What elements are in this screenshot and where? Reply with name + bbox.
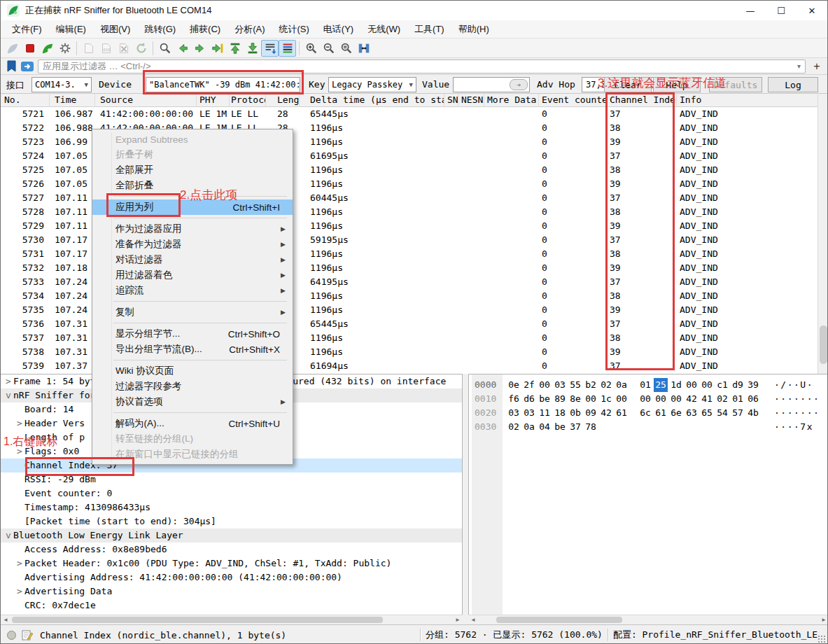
hex-byte[interactable]: 00 <box>584 392 598 406</box>
resize-columns-icon[interactable] <box>355 40 372 57</box>
hex-byte[interactable]: 00 <box>654 392 668 406</box>
menu-item[interactable]: 协议首选项▶ <box>92 394 293 410</box>
hex-byte[interactable]: 2f <box>522 378 536 392</box>
column-header-time[interactable]: Time <box>50 94 95 107</box>
hex-row[interactable]: 0010f6d6be898e001c000000004241020106····… <box>469 392 828 406</box>
detail-row[interactable]: Advertising Address: 41:42:00:00:00:00 (… <box>1 570 462 584</box>
detail-pane-hscrollbar[interactable]: ◄ ► <box>1 615 463 624</box>
column-header-length[interactable]: Length <box>266 94 300 107</box>
hex-byte[interactable]: 0b <box>568 406 582 420</box>
hex-byte[interactable]: 89 <box>553 392 567 406</box>
menu-t[interactable]: 工具(T) <box>407 20 451 38</box>
column-header-sn[interactable]: SN <box>444 94 458 107</box>
column-header-protocol[interactable]: Protocol <box>230 94 266 107</box>
hex-byte[interactable]: 03 <box>553 378 567 392</box>
chevron-collapsed-icon[interactable]: > <box>15 416 24 430</box>
hex-byte[interactable]: 04 <box>538 420 552 434</box>
hex-byte[interactable]: 00 <box>538 378 552 392</box>
hex-byte[interactable]: 1d <box>669 378 683 392</box>
hex-byte[interactable]: 0a <box>615 378 629 392</box>
profile-text[interactable]: 配置: Profile_nRF_Sniffer_Bluetooth_LE <box>613 629 818 641</box>
hex-row[interactable]: 00000e2f000355b2020a01251d0000c1d939·/··… <box>469 378 828 392</box>
menu-h[interactable]: 帮助(H) <box>451 20 496 38</box>
detail-row[interactable]: Access Address: 0x8e89bed6 <box>1 542 462 556</box>
hex-byte[interactable]: 55 <box>568 378 582 392</box>
hex-byte[interactable]: 09 <box>584 406 598 420</box>
column-header-phy[interactable]: PHY <box>197 94 230 107</box>
hex-byte[interactable]: 54 <box>715 406 729 420</box>
device-combo[interactable]: "BalanceTWK" -39 dBm 41:42:00:00:00:00▼ <box>146 77 300 92</box>
menu-item[interactable]: 过滤器字段参考 <box>92 379 293 394</box>
hex-byte[interactable]: 06 <box>746 392 760 406</box>
hex-byte[interactable]: 02 <box>599 378 613 392</box>
filter-dropdown-icon[interactable]: ▾ <box>797 62 801 70</box>
hex-byte[interactable]: 11 <box>538 406 552 420</box>
column-header-channel[interactable]: Channel Index <box>607 94 677 107</box>
display-filter-input[interactable]: 应用显示过滤器 … <Ctrl-/> ▾ <box>38 59 806 74</box>
menu-e[interactable]: 编辑(E) <box>49 20 93 38</box>
scroll-right-icon[interactable]: ► <box>453 615 463 624</box>
column-header-no[interactable]: No. <box>1 94 50 107</box>
expert-info-icon[interactable] <box>7 631 16 640</box>
open-file-icon[interactable] <box>80 40 97 57</box>
filter-add-button[interactable]: + <box>809 59 825 74</box>
detail-row[interactable]: >Advertising Data <box>1 584 462 598</box>
go-forward-icon[interactable] <box>191 40 209 57</box>
hex-byte[interactable]: 02 <box>507 420 521 434</box>
hex-byte[interactable]: 0a <box>522 420 536 434</box>
hex-byte[interactable]: 00 <box>638 392 652 406</box>
hex-byte[interactable]: 57 <box>731 406 745 420</box>
hex-byte[interactable]: 39 <box>746 378 760 392</box>
menu-f[interactable]: 文件(F) <box>5 20 49 38</box>
menu-v[interactable]: 视图(V) <box>93 20 137 38</box>
chevron-collapsed-icon[interactable]: > <box>3 374 13 388</box>
maximize-button[interactable]: ☐ <box>766 1 797 20</box>
minimize-button[interactable]: — <box>735 1 766 20</box>
scroll-left-icon[interactable]: ◄ <box>468 615 478 624</box>
interface-combo[interactable]: COM14-3.▼ <box>31 77 92 92</box>
zoom-reset-icon[interactable] <box>337 40 355 57</box>
hex-byte[interactable]: 65 <box>700 406 714 420</box>
hex-byte[interactable]: 6e <box>669 406 683 420</box>
reload-file-icon[interactable] <box>132 40 150 57</box>
menu-item[interactable]: 复制▶ <box>92 304 293 320</box>
hex-byte[interactable]: 00 <box>615 392 629 406</box>
hex-byte[interactable]: 18 <box>553 406 567 420</box>
hex-byte[interactable]: 42 <box>599 406 613 420</box>
menu-item[interactable]: 准备作为过滤器▶ <box>92 237 293 252</box>
hex-byte[interactable]: b2 <box>584 378 598 392</box>
hex-byte[interactable]: 0e <box>507 378 521 392</box>
hex-byte[interactable]: 78 <box>584 420 598 434</box>
menu-item[interactable]: 显示分组字节...Ctrl+Shift+O <box>92 326 293 342</box>
zoom-in-icon[interactable] <box>302 40 320 57</box>
capture-comment-icon[interactable] <box>22 629 33 640</box>
detail-row[interactable]: vBluetooth Low Energy Link Layer <box>1 528 462 542</box>
chevron-collapsed-icon[interactable]: > <box>15 556 24 570</box>
hex-byte[interactable]: d9 <box>731 378 745 392</box>
hex-byte[interactable]: 03 <box>522 406 536 420</box>
scrollbar-thumb[interactable] <box>496 617 622 623</box>
menu-item[interactable]: 全部展开 <box>92 162 293 178</box>
find-packet-icon[interactable] <box>156 40 174 57</box>
hex-byte[interactable]: 1c <box>599 392 613 406</box>
column-header-event_counter[interactable]: Event counter <box>539 94 607 107</box>
hex-byte[interactable]: 02 <box>715 392 729 406</box>
key-combo[interactable]: Legacy Passkey▼ <box>328 77 416 92</box>
hex-byte[interactable]: 8e <box>568 392 582 406</box>
menu-a[interactable]: 分析(A) <box>227 20 272 38</box>
hex-byte[interactable]: 00 <box>669 392 683 406</box>
detail-row[interactable]: RSSI: -29 dBm <box>1 472 462 486</box>
hex-byte[interactable]: 03 <box>507 406 521 420</box>
menu-s[interactable]: 统计(S) <box>272 20 316 38</box>
hex-byte[interactable]: c1 <box>715 378 729 392</box>
detail-row[interactable]: Timestamp: 4130986433µs <box>1 500 462 514</box>
detail-row[interactable]: >Packet Header: 0x1c00 (PDU Type: ADV_IN… <box>1 556 462 570</box>
detail-row[interactable]: CRC: 0x7dec1e <box>1 598 462 612</box>
hex-byte[interactable]: 01 <box>638 378 652 392</box>
go-first-icon[interactable] <box>226 40 244 57</box>
chevron-expanded-icon[interactable]: v <box>3 388 13 402</box>
hex-byte[interactable]: 61 <box>654 406 668 420</box>
menu-item[interactable]: 对话过滤器▶ <box>92 252 293 267</box>
go-back-icon[interactable] <box>174 40 191 57</box>
column-header-info[interactable]: Info <box>677 94 828 107</box>
